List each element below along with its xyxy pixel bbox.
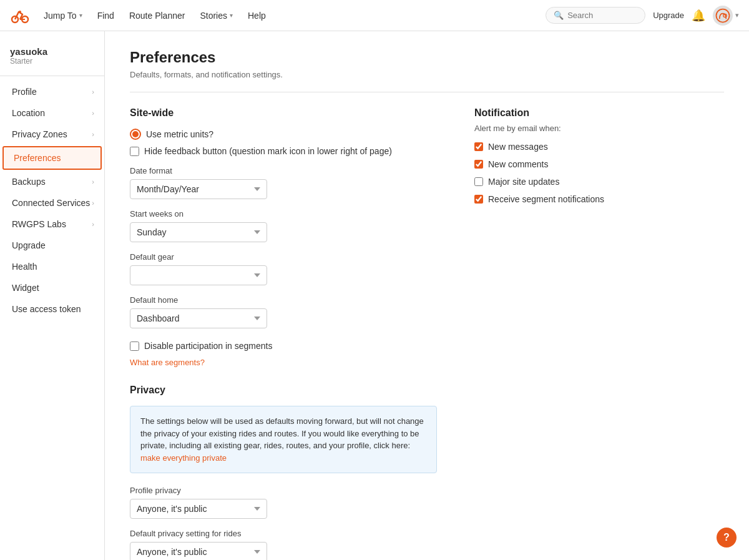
chevron-right-icon: › [92,178,94,185]
profile-privacy-select[interactable]: Anyone, it's public Only me Friends only [130,499,267,519]
user-plan: Starter [10,57,94,66]
what-are-segments-link[interactable]: What are segments? [130,358,205,367]
hide-feedback-checkbox[interactable] [130,147,139,156]
page-title: Preferences [130,49,724,66]
chevron-down-icon: ▾ [735,11,739,19]
sidebar-item-location[interactable]: Location › [0,102,104,124]
sidebar-item-upgrade[interactable]: Upgrade [0,235,104,256]
chevron-down-icon: ▾ [230,12,233,19]
rides-privacy-select[interactable]: Anyone, it's public Only me Friends only [130,542,267,560]
chevron-right-icon: › [92,199,94,207]
nav-help[interactable]: Help [242,7,272,24]
sidebar-item-profile[interactable]: Profile › [0,81,104,102]
notification-new-comments-label: New comments [488,159,548,169]
site-wide-title: Site-wide [130,107,437,119]
notification-major-updates-label: Major site updates [488,177,559,187]
hide-feedback-row: Hide feedback button (question mark icon… [130,146,437,156]
notification-segment-label: Receive segment notifications [488,194,604,204]
user-info: yasuoka Starter [0,41,104,76]
notification-major-updates-row: Major site updates [474,177,724,187]
avatar [713,6,733,26]
start-weeks-label: Start weeks on [130,209,437,219]
chevron-right-icon: › [92,88,94,96]
default-gear-select[interactable] [130,265,267,285]
chevron-right-icon: › [92,109,94,117]
notification-new-comments-checkbox[interactable] [474,160,483,169]
sidebar-item-connected-services[interactable]: Connected Services › [0,192,104,214]
main-content: Preferences Defaults, formats, and notif… [105,31,749,560]
use-metric-row: Use metric units? [130,129,437,140]
sidebar: yasuoka Starter Profile › Location › Pri… [0,31,105,560]
notification-new-messages-label: New messages [488,142,548,152]
start-weeks-select[interactable]: Sunday Monday [130,222,267,242]
search-icon: 🔍 [554,11,564,20]
privacy-notice-text: The settings below will be used as defau… [140,416,424,450]
disable-segments-checkbox[interactable] [130,341,139,351]
svg-point-3 [717,9,730,22]
disable-segments-check-row: Disable participation in segments [130,341,437,351]
use-metric-label: Use metric units? [146,129,213,139]
nav-stories[interactable]: Stories ▾ [193,7,239,24]
content-columns: Site-wide Use metric units? Hide feedbac… [130,107,724,560]
use-metric-checkbox[interactable] [130,129,141,140]
help-icon[interactable]: ? [717,528,737,548]
sidebar-item-backups[interactable]: Backups › [0,171,104,192]
svg-point-2 [19,11,21,13]
sidebar-item-health[interactable]: Health [0,256,104,277]
notification-title: Notification [474,107,724,119]
privacy-notice: The settings below will be used as defau… [130,406,437,473]
rides-privacy-label: Default privacy setting for rides [130,529,437,538]
profile-privacy-label: Profile privacy [130,486,437,495]
privacy-title: Privacy [130,385,437,396]
sidebar-item-privacy-zones[interactable]: Privacy Zones › [0,124,104,145]
use-metric-check-inner [132,131,139,137]
nav-items: Jump To ▾ Find Route Planner Stories ▾ H… [37,7,546,24]
make-private-link[interactable]: make everything private [140,453,227,463]
disable-segments-label: Disable participation in segments [144,341,272,351]
nav-jump-to[interactable]: Jump To ▾ [37,7,89,24]
default-home-select[interactable]: Dashboard Feed Map [130,308,267,328]
search-bar[interactable]: 🔍 [546,7,645,24]
chevron-right-icon: › [92,130,94,138]
disable-segments-row: Disable participation in segments What a… [130,341,437,367]
upgrade-button[interactable]: Upgrade [653,11,684,20]
svg-point-0 [12,16,18,22]
notification-segment-checkbox[interactable] [474,195,483,204]
notification-major-updates-checkbox[interactable] [474,177,483,186]
top-navigation: Jump To ▾ Find Route Planner Stories ▾ H… [0,0,749,31]
notification-bell-icon[interactable]: 🔔 [692,9,705,22]
notification-segment-row: Receive segment notifications [474,194,724,204]
section-divider [130,92,724,92]
date-format-select[interactable]: Month/Day/Year Day/Month/Year Year/Month… [130,179,267,199]
notification-new-messages-checkbox[interactable] [474,142,483,151]
chevron-right-icon: › [92,220,94,228]
sidebar-item-rwgps-labs[interactable]: RWGPS Labs › [0,214,104,235]
left-column: Site-wide Use metric units? Hide feedbac… [130,107,437,560]
notification-subtitle: Alert me by email when: [474,124,724,133]
date-format-label: Date format [130,166,437,175]
search-input[interactable] [567,11,637,20]
default-gear-label: Default gear [130,252,437,262]
default-home-label: Default home [130,295,437,305]
page-subtitle: Defaults, formats, and notification sett… [130,70,724,79]
nav-route-planner[interactable]: Route Planner [123,7,192,24]
page-layout: yasuoka Starter Profile › Location › Pri… [0,31,749,560]
notification-new-messages-row: New messages [474,142,724,152]
notification-new-comments-row: New comments [474,159,724,169]
sidebar-item-preferences[interactable]: Preferences [2,146,102,170]
nav-find[interactable]: Find [91,7,120,24]
chevron-down-icon: ▾ [79,12,82,19]
hide-feedback-label: Hide feedback button (question mark icon… [144,146,392,156]
privacy-section: Privacy The settings below will be used … [130,385,437,560]
user-avatar[interactable]: ▾ [713,6,739,26]
notification-section: Notification Alert me by email when: New… [474,107,724,560]
topnav-right: 🔍 Upgrade 🔔 ▾ [546,6,739,26]
sidebar-item-use-access-token[interactable]: Use access token [0,298,104,320]
logo[interactable] [10,6,30,26]
user-name: yasuoka [10,46,94,57]
sidebar-item-widget[interactable]: Widget [0,277,104,298]
